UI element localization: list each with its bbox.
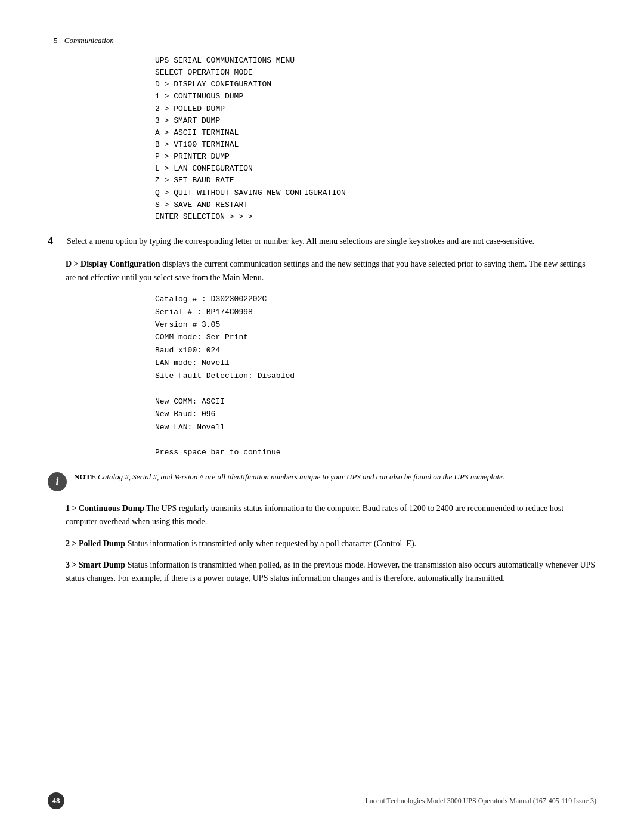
config-line: Press space bar to continue (155, 446, 596, 459)
menu-items: D > DISPLAY CONFIGURATION1 > CONTINUOUS … (155, 79, 596, 211)
subsection-title-1: 1 > Continuous Dump (66, 504, 144, 513)
menu-item: 2 > POLLED DUMP (155, 103, 596, 115)
config-line: LAN mode: Novell (155, 357, 596, 369)
footer: 48 Lucent Technologies Model 3000 UPS Op… (0, 792, 644, 809)
footer-text: Lucent Technologies Model 3000 UPS Opera… (365, 797, 596, 806)
config-line: COMM mode: Ser_Print (155, 331, 596, 343)
menu-item: D > DISPLAY CONFIGURATION (155, 79, 596, 91)
subsection-1: 1 > Continuous Dump The UPS regularly tr… (66, 502, 596, 529)
note-text: NOTE Catalog #, Serial #, and Version # … (74, 471, 504, 483)
menu-item: B > VT100 TERMINAL (155, 139, 596, 151)
subsection-3: 3 > Smart Dump Status information is tra… (66, 559, 596, 586)
info-icon: i (48, 472, 67, 491)
note-block: i NOTE Catalog #, Serial #, and Version … (48, 471, 596, 491)
config-line: Baud x100: 024 (155, 344, 596, 357)
config-line: Version # 3.05 (155, 318, 596, 331)
subsection-title-2: 2 > Polled Dump (66, 539, 125, 548)
config-line (155, 382, 596, 395)
menu-item: Q > QUIT WITHOUT SAVING NEW CONFIGURATIO… (155, 187, 596, 199)
menu-item: S > SAVE AND RESTART (155, 199, 596, 211)
config-line: Site Fault Detection: Disabled (155, 370, 596, 382)
note-label: NOTE (74, 472, 96, 481)
menu-item: Z > SET BAUD RATE (155, 175, 596, 187)
config-line: Serial # : BP174C0998 (155, 306, 596, 318)
menu-item: A > ASCII TERMINAL (155, 127, 596, 139)
page: 5 Communication UPS SERIAL COMMUNICATION… (0, 0, 644, 833)
section-header: 5 Communication (54, 36, 596, 45)
menu-prompt: ENTER SELECTION > > > (155, 211, 596, 223)
subsection-text-3: Status information is transmitted when p… (66, 561, 595, 583)
step4-text: Select a menu option by typing the corre… (67, 235, 596, 248)
config-line: New Baud: 096 (155, 408, 596, 420)
step4-number: 4 (48, 235, 67, 247)
menu-item: 3 > SMART DUMP (155, 115, 596, 127)
config-line: Catalog # : D3023002202C (155, 293, 596, 305)
step4-block: 4 Select a menu option by typing the cor… (48, 235, 596, 248)
subsection-text-2: Status information is transmitted only w… (125, 539, 416, 548)
menu-item: P > PRINTER DUMP (155, 151, 596, 163)
section-number: 5 (54, 36, 58, 45)
note-content: Catalog #, Serial #, and Version # are a… (96, 472, 504, 481)
section-title: Communication (64, 36, 114, 45)
menu-title-line1: UPS SERIAL COMMUNICATIONS MENU (155, 55, 596, 67)
config-line: New COMM: ASCII (155, 395, 596, 408)
menu-item: L > LAN CONFIGURATION (155, 163, 596, 175)
display-config-section: D > Display Configuration displays the c… (66, 258, 596, 284)
config-line (155, 433, 596, 446)
display-config-title: D > Display Configuration (66, 259, 160, 268)
subsection-title-3: 3 > Smart Dump (66, 561, 125, 569)
menu-title-line2: SELECT OPERATION MODE (155, 67, 596, 79)
menu-item: 1 > CONTINUOUS DUMP (155, 91, 596, 103)
subsections: 1 > Continuous Dump The UPS regularly tr… (48, 502, 596, 586)
subsection-2: 2 > Polled Dump Status information is tr… (66, 537, 596, 550)
menu-block: UPS SERIAL COMMUNICATIONS MENU SELECT OP… (155, 55, 596, 223)
page-number: 48 (48, 792, 64, 809)
config-line: New LAN: Novell (155, 421, 596, 433)
config-display: Catalog # : D3023002202CSerial # : BP174… (155, 293, 596, 459)
